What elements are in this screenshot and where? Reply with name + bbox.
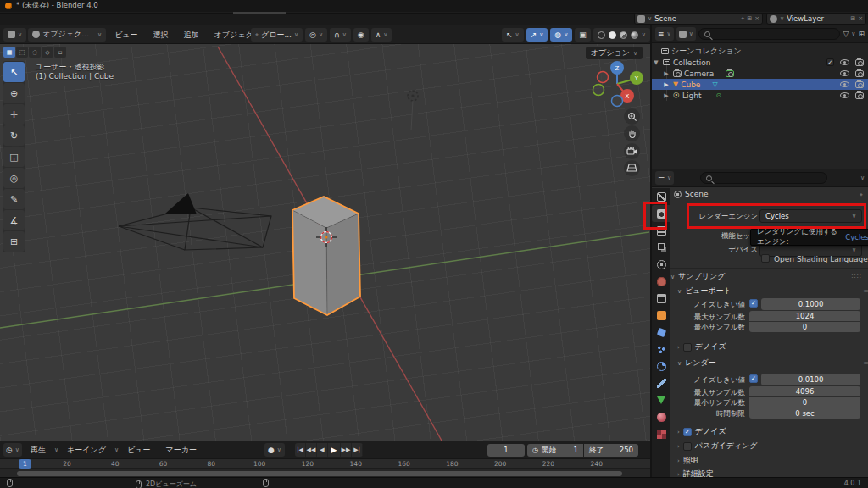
tool-cursor[interactable]: ⊕ bbox=[3, 83, 25, 103]
tool-scale[interactable]: ◱ bbox=[3, 147, 25, 167]
orientation-dropdown[interactable]: ⌖ グロー...∨ bbox=[251, 28, 303, 42]
timeline-menu-marker[interactable]: マーカー bbox=[159, 443, 203, 457]
render-noise-checkbox[interactable]: ✓ bbox=[749, 374, 758, 383]
timeline-scrollbar[interactable] bbox=[17, 471, 622, 476]
snap-button[interactable]: ∩∨ bbox=[330, 28, 351, 42]
viewport-denoise-header[interactable]: › デノイズ bbox=[677, 341, 868, 352]
close-scene-icon[interactable]: × bbox=[754, 15, 760, 22]
camera-view-button[interactable] bbox=[624, 143, 640, 159]
tab-particles[interactable] bbox=[652, 341, 670, 358]
tab-collection[interactable] bbox=[652, 290, 670, 307]
tool-annotate[interactable]: ✎ bbox=[3, 189, 25, 209]
outliner-search-input[interactable] bbox=[698, 28, 841, 40]
jump-start-button[interactable]: |◀ bbox=[295, 443, 306, 457]
prev-keyframe-button[interactable]: ◀◀ bbox=[306, 443, 317, 457]
jump-end-button[interactable]: ▶| bbox=[352, 443, 363, 457]
pivot-dropdown[interactable]: ◎∨ bbox=[305, 28, 327, 42]
tab-scene[interactable] bbox=[652, 256, 670, 273]
viewlayer-selector[interactable]: ∨ ViewLayer ⊞ × bbox=[766, 13, 866, 25]
outliner-display-mode-button[interactable]: ∨ bbox=[676, 27, 696, 41]
light-expand-icon[interactable]: ▶ bbox=[662, 92, 670, 99]
tool-add-cube[interactable]: ⊞ bbox=[3, 231, 25, 252]
viewport-subpanel-header[interactable]: ∨ビューポート ≡ bbox=[677, 286, 868, 297]
tab-texture[interactable] bbox=[652, 425, 670, 442]
proportional-edit-button[interactable]: ◉ bbox=[353, 28, 369, 42]
sampling-panel-header[interactable]: ∨サンプリング ∷∷ bbox=[670, 271, 868, 282]
tab-constraints[interactable] bbox=[652, 374, 670, 391]
light-render-icon[interactable] bbox=[855, 92, 864, 99]
osl-checkbox[interactable] bbox=[761, 254, 770, 263]
viewport-preset-icon[interactable]: ≡ bbox=[863, 287, 868, 295]
end-frame-field[interactable]: 終了250 bbox=[584, 444, 638, 457]
new-collection-button[interactable]: ⊞ bbox=[858, 30, 865, 38]
tab-physics[interactable] bbox=[652, 358, 670, 374]
current-frame-field[interactable]: 1 bbox=[487, 444, 525, 457]
tool-select-box[interactable]: ↖ bbox=[3, 62, 25, 82]
cube-expand-icon[interactable]: ▶ bbox=[662, 81, 670, 88]
auto-keying-button[interactable]: ●∨ bbox=[264, 443, 285, 457]
select-mode-extra-button[interactable]: ▫ bbox=[54, 47, 66, 58]
viewport-denoise-checkbox[interactable] bbox=[683, 343, 692, 352]
select-lasso-button[interactable]: ◇ bbox=[42, 47, 53, 58]
timeline-ruler[interactable]: 1 20406080100120140160180200220240 bbox=[0, 459, 651, 469]
path-guiding-checkbox[interactable] bbox=[683, 442, 692, 451]
select-tweak-button[interactable]: ▦ bbox=[3, 47, 15, 58]
viewport-menu-select[interactable]: 選択 bbox=[147, 28, 175, 42]
select-circle-button[interactable]: ◌ bbox=[29, 47, 41, 58]
next-keyframe-button[interactable]: ▶▶ bbox=[341, 443, 352, 457]
row-collection[interactable]: ▼ Collection ✓ bbox=[652, 57, 868, 68]
row-light[interactable]: ▶ ⦿ Light ⊙ bbox=[652, 90, 868, 101]
render-preset-icon[interactable]: ≡ bbox=[863, 359, 868, 367]
zoom-tool-button[interactable] bbox=[624, 108, 640, 125]
material-shading-button[interactable] bbox=[620, 31, 627, 39]
select-box-button[interactable]: ⬚ bbox=[16, 47, 28, 58]
perspective-toggle-button[interactable] bbox=[624, 160, 640, 176]
pin-icon[interactable]: ⌖ bbox=[741, 15, 744, 22]
row-scene-collection[interactable]: シーンコレクション bbox=[652, 46, 868, 57]
camera-render-icon[interactable] bbox=[855, 70, 864, 77]
camera-expand-icon[interactable]: ▶ bbox=[662, 70, 670, 77]
tab-object[interactable] bbox=[652, 307, 670, 324]
navigation-gizmo[interactable]: Z Y X bbox=[589, 56, 643, 110]
viewport-menu-add[interactable]: 追加 bbox=[177, 28, 206, 42]
wireframe-shading-button[interactable] bbox=[598, 31, 605, 39]
tool-transform[interactable]: ◎ bbox=[3, 168, 25, 188]
time-limit-field[interactable]: 0 sec bbox=[749, 408, 860, 419]
render-denoise-header[interactable]: ›✓ デノイズ bbox=[677, 426, 868, 437]
start-frame-field[interactable]: ◷ 開始1 bbox=[527, 444, 583, 457]
viewport-noise-field[interactable]: 0.1000 bbox=[761, 298, 860, 310]
render-min-field[interactable]: 0 bbox=[749, 397, 860, 408]
outliner-editor-button[interactable]: ≡∨ bbox=[655, 27, 674, 41]
falloff-dropdown[interactable]: ∧∨ bbox=[371, 28, 392, 42]
render-subpanel-header[interactable]: ∨レンダー ≡ bbox=[677, 358, 868, 369]
viewport-noise-checkbox[interactable]: ✓ bbox=[749, 299, 758, 308]
render-max-field[interactable]: 4096 bbox=[749, 386, 860, 396]
play-button[interactable]: ▶ bbox=[328, 443, 341, 457]
viewport-min-field[interactable]: 0 bbox=[749, 322, 860, 332]
filter-icon[interactable]: ▽ bbox=[843, 30, 849, 38]
tool-measure[interactable]: ∡ bbox=[3, 210, 25, 230]
show-gizmo-toggle[interactable]: ↗∨ bbox=[526, 28, 548, 42]
tool-move[interactable]: ✛ bbox=[3, 104, 25, 125]
cube-render-icon[interactable] bbox=[855, 81, 864, 88]
render-denoise-checkbox[interactable]: ✓ bbox=[683, 428, 692, 436]
timeline-menu-playback[interactable]: 再生 bbox=[24, 443, 53, 457]
rendered-shading-button[interactable] bbox=[631, 31, 638, 39]
show-overlays-toggle[interactable]: ◍∨ bbox=[550, 28, 572, 42]
timeline-menu-view[interactable]: ビュー bbox=[120, 443, 157, 457]
xray-toggle[interactable]: ▣ bbox=[575, 28, 591, 42]
timeline-editor-button[interactable]: ◷∨ bbox=[3, 443, 22, 457]
viewport-menu-view[interactable]: ビュー bbox=[108, 28, 144, 42]
camera-eye-icon[interactable] bbox=[840, 70, 849, 76]
tab-modifiers[interactable] bbox=[652, 324, 670, 341]
solid-shading-button[interactable] bbox=[609, 31, 616, 39]
path-guiding-header[interactable]: › パスガイディング bbox=[677, 441, 868, 452]
row-cube[interactable]: ▶ ▼ Cube ▽ bbox=[652, 79, 868, 90]
advanced-header[interactable]: ›詳細設定 bbox=[677, 469, 868, 477]
tool-rotate[interactable]: ↻ bbox=[3, 125, 25, 146]
tab-material[interactable] bbox=[652, 408, 670, 425]
mode-dropdown[interactable]: オブジェク...∨ bbox=[28, 28, 106, 42]
collection-eye-icon[interactable] bbox=[840, 59, 849, 65]
close-viewlayer-icon[interactable]: × bbox=[858, 15, 863, 22]
lights-header[interactable]: ›照明 bbox=[677, 455, 868, 466]
